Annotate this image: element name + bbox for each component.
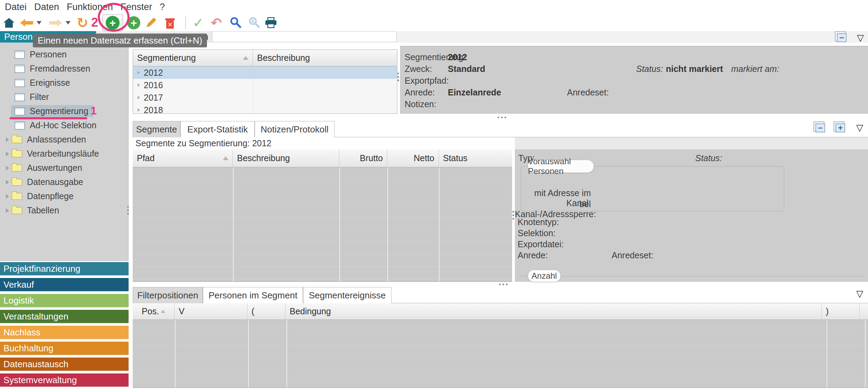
expand-icon[interactable] <box>138 96 140 99</box>
expand-icon[interactable] <box>6 208 9 213</box>
menu-datei[interactable]: Datei <box>5 2 27 12</box>
sidebar-item-ereignisse[interactable]: Ereignisse <box>0 76 128 90</box>
tab-empty-slot[interactable] <box>212 31 397 42</box>
expand-icon[interactable] <box>6 137 9 142</box>
sort-asc-icon <box>243 56 248 60</box>
module-systemverwaltung[interactable]: Systemverwaltung <box>0 373 129 387</box>
edit-pencil-icon[interactable] <box>145 14 157 32</box>
expand-icon[interactable] <box>138 71 140 74</box>
menu-daten[interactable]: Daten <box>34 2 59 12</box>
column-header-open-paren[interactable]: ( <box>247 303 285 319</box>
module-buchhaltung[interactable]: Buchhaltung <box>0 342 129 355</box>
search-icon[interactable] <box>229 14 242 32</box>
column-header-beschreibung[interactable]: Beschreibung <box>253 50 397 66</box>
segments-table-body[interactable] <box>133 167 515 282</box>
tab-segmentereignisse[interactable]: Segmentereignisse <box>303 287 391 304</box>
table-row[interactable]: 2012 <box>133 66 397 79</box>
panel-dropdown-icon[interactable]: ▽ <box>856 123 863 132</box>
column-header-brutto[interactable]: Brutto <box>339 149 387 167</box>
sidebar-item-tabellen[interactable]: Tabellen <box>0 203 128 217</box>
sidebar-item-fremdadressen[interactable]: Fremdadressen <box>0 62 128 76</box>
collapse-panel-icon[interactable]: − <box>837 33 848 44</box>
column-header-v[interactable]: V <box>174 303 247 319</box>
column-divider <box>233 167 234 281</box>
collapse-panel-icon[interactable]: − <box>815 123 827 134</box>
expand-icon[interactable] <box>138 108 140 112</box>
detail-splitter-dots[interactable] <box>512 211 514 220</box>
status-value: nicht markiert <box>666 64 723 74</box>
exportdatei-label: Exportdatei: <box>518 239 564 249</box>
module-projektfinanzierung[interactable]: Projektfinanzierung <box>0 262 129 275</box>
tab-segmente[interactable]: Segmente <box>133 121 180 138</box>
module-nachlass[interactable]: Nachlass <box>0 326 129 339</box>
expand-icon[interactable] <box>6 180 9 185</box>
window-icon <box>15 93 25 101</box>
column-header-pos[interactable]: Pos. <box>133 303 174 319</box>
table-row[interactable]: 2018 <box>133 104 397 114</box>
sidebar-item-datenpflege[interactable]: Datenpflege <box>0 189 128 203</box>
module-veranstaltungen[interactable]: Veranstaltungen <box>0 310 129 323</box>
column-header-netto[interactable]: Netto <box>387 149 439 167</box>
expand-icon[interactable] <box>6 151 9 156</box>
forward-dropdown-icon[interactable] <box>66 14 70 32</box>
module-verkauf[interactable]: Verkauf <box>0 278 129 291</box>
back-icon[interactable] <box>19 14 34 32</box>
expand-icon[interactable] <box>138 83 140 87</box>
expand-icon[interactable] <box>6 194 9 199</box>
module-datenaustausch[interactable]: Datenaustausch <box>0 358 129 371</box>
panel-dropdown-icon[interactable]: ▽ <box>856 289 863 298</box>
refresh-icon[interactable]: ↻ <box>77 14 88 32</box>
tab-filterpositionen[interactable]: Filterpositionen <box>133 287 203 304</box>
sidebar-item-ad-hoc-selektion[interactable]: Ad-Hoc Selektion <box>0 118 128 132</box>
expand-icon[interactable] <box>6 166 9 170</box>
confirm-check-icon[interactable]: ✓ <box>193 14 204 32</box>
sidebar-item-anlassspenden[interactable]: Anlassspenden <box>0 132 128 147</box>
search-person-icon[interactable] <box>248 14 261 32</box>
sidebar-item-personen[interactable]: Personen <box>0 47 128 62</box>
column-header-close-paren[interactable]: ) <box>822 303 860 319</box>
sidebar-item-segmentierung[interactable]: Segmentierung <box>0 104 128 118</box>
tab-personen-im-segment[interactable]: Personen im Segment <box>203 287 303 304</box>
home-icon[interactable] <box>3 14 15 32</box>
tab-notizen-protokoll[interactable]: Notizen/Protokoll <box>255 121 334 138</box>
sidebar-item-verarbeitungslaeufe[interactable]: Verarbeitungsläufe <box>0 147 128 161</box>
anzahl-button[interactable]: Anzahl <box>528 270 561 282</box>
column-divider <box>865 320 866 388</box>
annotation-step-1: 1 <box>91 104 97 117</box>
panel-dropdown-icon[interactable]: ▽ <box>857 33 864 42</box>
sidebar-splitter[interactable] <box>127 206 129 215</box>
annotation-step-2: 2 <box>91 15 98 30</box>
column-header-bedingung[interactable]: Bedingung <box>285 303 821 319</box>
sidebar-item-datenausgabe[interactable]: Datenausgabe <box>0 175 128 189</box>
segmentation-info-panel: Segmentierung: 2012 Zweck: Standard Expo… <box>400 46 868 114</box>
segment-detail-panel: Typ: Status: Vorauswahl Personen mit Adr… <box>515 149 868 282</box>
expand-panel-icon[interactable]: + <box>836 123 847 134</box>
undo-icon[interactable]: ↶ <box>211 14 222 32</box>
delete-trash-icon[interactable]: ✕ <box>164 14 176 32</box>
column-header-pfad[interactable]: Pfad <box>133 149 233 167</box>
vorauswahl-personen-button[interactable]: Vorauswahl Personen <box>528 160 594 173</box>
horizontal-splitter[interactable] <box>498 117 506 118</box>
horizontal-splitter[interactable] <box>499 284 508 285</box>
column-header-segmentierung[interactable]: Segmentierung <box>133 50 253 66</box>
column-header-status[interactable]: Status <box>439 149 515 167</box>
column-header-beschreibung[interactable]: Beschreibung <box>233 149 339 167</box>
panel-splitter[interactable] <box>397 73 399 81</box>
sidebar-item-auswertungen[interactable]: Auswertungen <box>0 161 128 175</box>
module-logistik[interactable]: Logistik <box>0 294 129 307</box>
back-dropdown-icon[interactable] <box>37 14 41 32</box>
table-row[interactable]: 2017 <box>133 91 397 104</box>
menu-help[interactable]: ? <box>160 2 165 12</box>
forward-icon[interactable] <box>48 14 63 32</box>
table-header: Segmentierung Beschreibung <box>133 50 397 66</box>
field-value: Standard <box>448 64 485 74</box>
filter-table-body[interactable] <box>133 320 868 388</box>
sort-asc-icon <box>223 156 228 160</box>
caption-filler <box>515 137 868 149</box>
tab-export-statistik[interactable]: Export-Statistik <box>180 121 255 138</box>
table-row[interactable]: 2016 <box>133 79 397 91</box>
sidebar-item-filter[interactable]: Filter <box>0 90 128 104</box>
svg-text:✕: ✕ <box>168 21 172 28</box>
print-icon[interactable] <box>265 14 277 32</box>
selektion-label: Selektion: <box>518 228 556 238</box>
